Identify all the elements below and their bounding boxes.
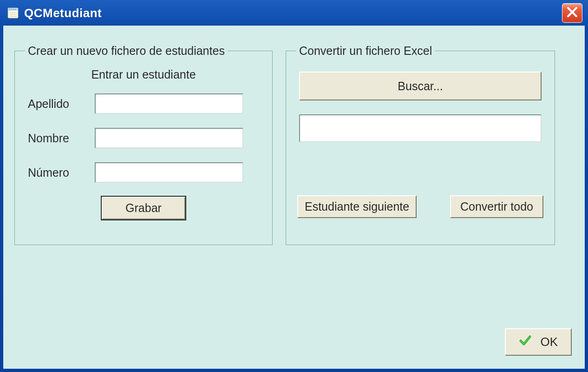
close-icon <box>566 6 578 20</box>
check-icon <box>519 334 532 350</box>
row-numero: Número <box>25 162 262 183</box>
svg-point-2 <box>9 9 10 10</box>
file-path-display[interactable] <box>299 114 542 142</box>
input-apellido[interactable] <box>95 93 243 114</box>
titlebar: QCMetudiant <box>3 3 585 25</box>
group-create-legend: Crear un nuevo fichero de estudiantes <box>25 44 228 58</box>
next-student-button[interactable]: Estudiante siguiente <box>297 195 417 218</box>
save-button[interactable]: Grabar <box>102 197 185 219</box>
browse-button[interactable]: Buscar... <box>299 72 542 100</box>
save-button-row: Grabar <box>25 197 262 219</box>
convert-buttons-row: Estudiante siguiente Convertir todo <box>296 195 544 218</box>
row-nombre: Nombre <box>25 128 262 148</box>
ok-button-wrap: OK <box>505 328 572 356</box>
app-icon <box>7 7 20 20</box>
label-numero: Número <box>25 166 95 179</box>
group-create-student-file: Crear un nuevo fichero de estudiantes En… <box>14 44 273 245</box>
convert-all-button[interactable]: Convertir todo <box>450 195 543 218</box>
label-apellido: Apellido <box>25 97 95 111</box>
row-apellido: Apellido <box>25 93 262 114</box>
input-nombre[interactable] <box>95 128 243 148</box>
group-convert-legend: Convertir un fichero Excel <box>296 44 435 58</box>
close-button[interactable] <box>562 3 582 23</box>
svg-point-5 <box>15 9 16 10</box>
app-window: QCMetudiant Crear un nuevo fichero de es… <box>0 0 588 372</box>
input-numero[interactable] <box>95 162 243 183</box>
groupbox-row: Crear un nuevo fichero de estudiantes En… <box>14 44 574 245</box>
group-convert-excel: Convertir un fichero Excel Buscar... Est… <box>286 44 555 245</box>
label-nombre: Nombre <box>25 132 95 145</box>
window-title: QCMetudiant <box>24 6 562 20</box>
ok-button-label: OK <box>540 335 558 349</box>
group-create-subheader: Entrar un estudiante <box>25 68 262 81</box>
ok-button[interactable]: OK <box>505 328 572 356</box>
client-area: Crear un nuevo fichero de estudiantes En… <box>3 25 585 369</box>
svg-point-3 <box>11 9 12 10</box>
svg-point-4 <box>13 9 14 10</box>
